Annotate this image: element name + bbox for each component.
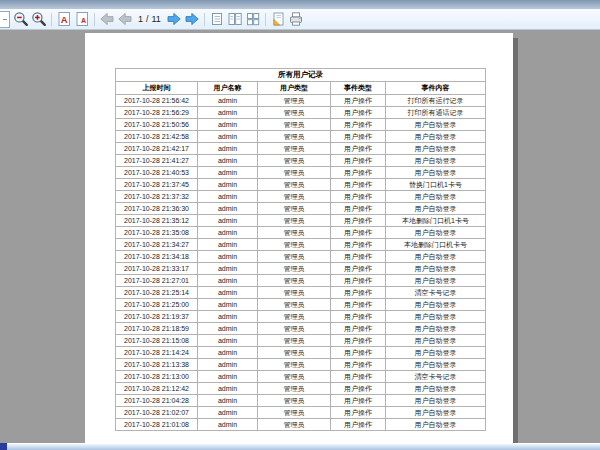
cell-event-content: 用户自动登录 — [386, 323, 486, 335]
preview-page: 所有用户记录 上报时间 用户名称 用户类型 事件类型 事件内容 2017-10-… — [85, 33, 513, 445]
cell-event-content: 用户自动登录 — [386, 335, 486, 347]
table-title: 所有用户记录 — [116, 69, 486, 82]
cell-event-type: 用户操作 — [331, 407, 386, 419]
bottom-left-corner-square — [0, 443, 7, 450]
two-page-view-button[interactable] — [226, 10, 244, 28]
table-row: 2017-10-28 21:42:17 admin 管理员 用户操作 用户自动登… — [116, 143, 486, 155]
cell-user-name: admin — [198, 299, 258, 311]
cell-user-type: 管理员 — [258, 335, 331, 347]
table-row: 2017-10-28 21:19:37 admin 管理员 用户操作 用户自动登… — [116, 311, 486, 323]
zoom-in-button[interactable] — [30, 10, 48, 28]
preview-area[interactable]: 所有用户记录 上报时间 用户名称 用户类型 事件类型 事件内容 2017-10-… — [0, 30, 600, 444]
cell-user-type: 管理员 — [258, 371, 331, 383]
table-row: 2017-10-28 21:14:24 admin 管理员 用户操作 用户自动登… — [116, 347, 486, 359]
cell-user-type: 管理员 — [258, 179, 331, 191]
cell-report-time: 2017-10-28 21:35:12 — [116, 215, 198, 227]
print-button[interactable] — [287, 10, 305, 28]
page-current: 1 — [138, 14, 143, 24]
table-row: 2017-10-28 21:56:42 admin 管理员 用户操作 打印所有运… — [116, 95, 486, 107]
zoom-select-dropdown[interactable] — [0, 11, 10, 28]
toolbar-separator — [94, 13, 95, 26]
next-page-button[interactable] — [165, 10, 183, 28]
cell-event-content: 清空卡号记录 — [386, 287, 486, 299]
table-row: 2017-10-28 21:50:56 admin 管理员 用户操作 用户自动登… — [116, 119, 486, 131]
cell-event-content: 本地删除门口机卡号 — [386, 239, 486, 251]
zoom-out-button[interactable] — [12, 10, 30, 28]
cell-user-name: admin — [198, 131, 258, 143]
font-smaller-button[interactable]: A — [73, 10, 91, 28]
cell-event-type: 用户操作 — [331, 119, 386, 131]
cell-user-type: 管理员 — [258, 251, 331, 263]
table-row: 2017-10-28 21:42:58 admin 管理员 用户操作 用户自动登… — [116, 131, 486, 143]
column-header-report-time: 上报时间 — [116, 82, 198, 95]
cell-user-type: 管理员 — [258, 143, 331, 155]
cell-event-type: 用户操作 — [331, 347, 386, 359]
zoom-out-icon — [13, 11, 29, 27]
cell-event-type: 用户操作 — [331, 179, 386, 191]
last-page-button[interactable] — [183, 10, 201, 28]
cell-event-content: 用户自动登录 — [386, 227, 486, 239]
cell-report-time: 2017-10-28 21:27:01 — [116, 275, 198, 287]
cell-event-content: 用户自动登录 — [386, 203, 486, 215]
toolbar: A A 1 / 11 — [0, 9, 600, 30]
cell-event-type: 用户操作 — [331, 95, 386, 107]
cell-user-type: 管理员 — [258, 263, 331, 275]
cell-event-type: 用户操作 — [331, 311, 386, 323]
cell-event-type: 用户操作 — [331, 287, 386, 299]
cell-report-time: 2017-10-28 21:36:30 — [116, 203, 198, 215]
cell-user-type: 管理员 — [258, 131, 331, 143]
table-row: 2017-10-28 21:40:53 admin 管理员 用户操作 用户自动登… — [116, 167, 486, 179]
cell-user-name: admin — [198, 287, 258, 299]
cell-event-content: 用户自动登录 — [386, 407, 486, 419]
single-page-view-button[interactable] — [208, 10, 226, 28]
cell-event-type: 用户操作 — [331, 167, 386, 179]
cell-user-type: 管理员 — [258, 359, 331, 371]
cell-user-name: admin — [198, 395, 258, 407]
cell-report-time: 2017-10-28 21:37:32 — [116, 191, 198, 203]
cell-report-time: 2017-10-28 21:34:27 — [116, 239, 198, 251]
four-page-view-button[interactable] — [244, 10, 262, 28]
cell-event-content: 用户自动登录 — [386, 359, 486, 371]
previous-page-button[interactable] — [116, 10, 134, 28]
cell-user-type: 管理员 — [258, 287, 331, 299]
cell-event-type: 用户操作 — [331, 371, 386, 383]
cell-event-content: 打印所有运行记录 — [386, 95, 486, 107]
cell-user-type: 管理员 — [258, 107, 331, 119]
svg-text:A: A — [61, 14, 68, 25]
cell-report-time: 2017-10-28 21:13:00 — [116, 371, 198, 383]
first-page-arrow-icon — [99, 11, 115, 27]
table-row: 2017-10-28 21:34:27 admin 管理员 用户操作 本地删除门… — [116, 239, 486, 251]
cell-user-name: admin — [198, 347, 258, 359]
cell-report-time: 2017-10-28 21:33:17 — [116, 263, 198, 275]
cell-event-type: 用户操作 — [331, 383, 386, 395]
cell-event-content: 用户自动登录 — [386, 383, 486, 395]
first-page-button[interactable] — [98, 10, 116, 28]
table-row: 2017-10-28 21:56:29 admin 管理员 用户操作 打印所有通… — [116, 107, 486, 119]
cell-user-name: admin — [198, 371, 258, 383]
cell-report-time: 2017-10-28 21:40:53 — [116, 167, 198, 179]
table-row: 2017-10-28 21:37:32 admin 管理员 用户操作 用户自动登… — [116, 191, 486, 203]
cell-event-content: 用户自动登录 — [386, 347, 486, 359]
cell-user-type: 管理员 — [258, 419, 331, 431]
cell-report-time: 2017-10-28 21:15:08 — [116, 335, 198, 347]
cell-report-time: 2017-10-28 21:25:14 — [116, 287, 198, 299]
previous-page-arrow-icon — [117, 11, 133, 27]
cell-user-name: admin — [198, 143, 258, 155]
page-setup-button[interactable] — [269, 10, 287, 28]
cell-report-time: 2017-10-28 21:37:45 — [116, 179, 198, 191]
cell-event-content: 用户自动登录 — [386, 143, 486, 155]
cell-user-type: 管理员 — [258, 383, 331, 395]
toolbar-separator — [204, 13, 205, 26]
cell-user-type: 管理员 — [258, 311, 331, 323]
cell-user-name: admin — [198, 191, 258, 203]
bottom-bar — [0, 443, 600, 450]
printer-icon — [288, 11, 304, 27]
table-row: 2017-10-28 21:13:38 admin 管理员 用户操作 用户自动登… — [116, 359, 486, 371]
cell-event-content: 用户自动登录 — [386, 167, 486, 179]
font-larger-button[interactable]: A — [55, 10, 73, 28]
print-preview-window: A A 1 / 11 — [0, 0, 600, 450]
cell-report-time: 2017-10-28 21:01:08 — [116, 419, 198, 431]
cell-report-time: 2017-10-28 21:04:28 — [116, 395, 198, 407]
cell-user-name: admin — [198, 95, 258, 107]
cell-report-time: 2017-10-28 21:41:27 — [116, 155, 198, 167]
